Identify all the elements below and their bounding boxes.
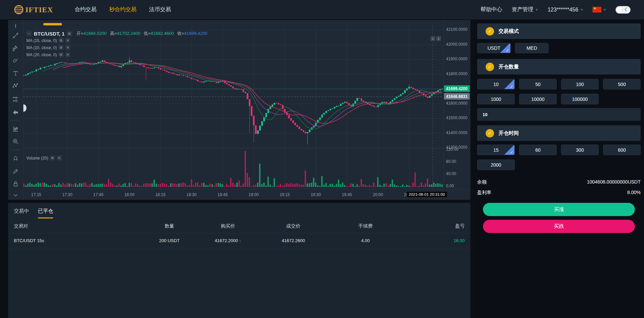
menu-second-contract-trade[interactable]: 秒合约交易	[109, 6, 136, 13]
navbar: IFTIEX 合约交易 秒合约交易 法币交易 帮助中心 资产管理 ∨ 123**…	[0, 0, 644, 20]
candle-pattern-tool-icon[interactable]	[12, 126, 19, 132]
table-row[interactable]: BTC/USDT 15s200 USDT41672.2000↑41672.260…	[8, 233, 470, 248]
zoom-in-tool-icon[interactable]	[12, 138, 19, 145]
account-menu[interactable]: 123******456 ∨	[548, 7, 583, 13]
forecast-tool-icon[interactable]	[12, 96, 19, 103]
time-axis-label: 17:30	[62, 192, 72, 197]
option-300[interactable]: 300	[561, 145, 599, 155]
menu-contract-trade[interactable]: 合约交易	[75, 6, 96, 13]
positions-table-header: 交易对数量购买价成交价手续费盈亏	[8, 219, 470, 233]
time-axis-label: 17:45	[93, 192, 104, 197]
option-MED[interactable]: MED	[515, 43, 549, 53]
indicator-row: MA (10, close, 0) ⚙ ✕	[26, 44, 207, 51]
legend-collapse-icon[interactable]: −	[26, 31, 31, 36]
column-header: 数量	[140, 223, 199, 229]
tab-trading[interactable]: 交易中	[14, 208, 29, 218]
price-axis-label: 41900.0000	[446, 57, 467, 61]
secondary-price-badge: 41646.6831	[444, 93, 470, 100]
balance-label: 余额	[477, 179, 487, 185]
option-2000[interactable]: 2000	[477, 160, 515, 170]
xabcd-pattern-tool-icon[interactable]	[12, 82, 19, 89]
chart-widget: − BTC/USDT, 1 ⚙ 开=41684.0200 高=41702.240…	[8, 20, 470, 200]
price-axis-label: 42000.0000	[446, 42, 467, 47]
brush-tool-icon[interactable]	[12, 57, 19, 64]
open-amount-options: 1050100500100010000100000	[477, 79, 641, 104]
price-axis-label: 41500.0000	[446, 115, 467, 120]
volume-settings-gear-icon[interactable]: ⚙	[50, 155, 55, 161]
scale-merge-buttons: 1 1	[430, 36, 441, 41]
brand[interactable]: IFTIEX	[14, 5, 53, 14]
lock-tool-icon[interactable]	[12, 181, 19, 187]
section-open-time: ✓ 开仓时间	[477, 125, 641, 141]
column-header: 交易对	[14, 223, 140, 229]
brand-name: IFTIEX	[25, 5, 53, 14]
toolbar-divider	[10, 120, 21, 121]
toolbar-divider	[10, 150, 21, 150]
scale-button[interactable]: 1	[430, 36, 435, 41]
indicator-close-icon[interactable]: ✕	[65, 38, 70, 43]
balance-value: 1004608.00000000USDT	[587, 179, 641, 185]
pitchfork-tool-icon[interactable]	[12, 45, 19, 52]
column-header: 成交价	[257, 223, 329, 229]
profit-rate-value: 8.00%	[627, 190, 641, 196]
price-axis[interactable]: 41699.4200 41646.6831 42100.000042000.00…	[444, 20, 470, 200]
amount-input[interactable]	[477, 108, 641, 121]
toggle-knob	[616, 7, 622, 13]
option-10000[interactable]: 10000	[519, 94, 557, 104]
chevron-down-icon: ∨	[603, 8, 606, 11]
option-100[interactable]: 100	[561, 79, 599, 89]
time-axis-label: 18:45	[218, 192, 228, 197]
indicator-close-icon[interactable]: ✕	[65, 45, 70, 50]
edit-pencil-tool-icon[interactable]	[12, 168, 19, 175]
indicator-close-icon[interactable]: ✕	[65, 52, 70, 57]
theme-toggle[interactable]: ☾	[616, 6, 630, 14]
option-1000[interactable]: 1000	[477, 94, 515, 104]
china-flag-icon: ★	[593, 7, 601, 13]
time-axis-label: 18:15	[155, 192, 165, 197]
check-circle-icon: ✓	[486, 129, 494, 137]
chevron-down-icon: ∨	[535, 8, 538, 11]
text-tool-icon[interactable]	[12, 70, 19, 77]
asset-management-link[interactable]: 资产管理 ∨	[512, 6, 538, 13]
option-500[interactable]: 500	[603, 79, 641, 89]
option-15[interactable]: 15	[477, 145, 515, 155]
menu-fiat-trade[interactable]: 法币交易	[149, 6, 171, 13]
volume-close-icon[interactable]: ✕	[57, 155, 62, 161]
volume-legend: Volume (20) ⚙ ✕	[26, 155, 62, 161]
trend-line-tool-icon[interactable]	[12, 32, 19, 39]
option-60[interactable]: 60	[519, 145, 557, 155]
option-100000[interactable]: 100000	[561, 94, 599, 104]
indicator-settings-gear-icon[interactable]: ⚙	[59, 52, 64, 57]
toolbar-chevron-down-icon[interactable]	[12, 192, 19, 198]
symbol-title: BTC/USDT, 1	[34, 31, 65, 37]
time-axis[interactable]: 2021-08-01 20:31:00 17:1517:3017:4518:00…	[8, 189, 470, 200]
help-center-link[interactable]: 帮助中心	[481, 6, 502, 13]
indicator-settings-gear-icon[interactable]: ⚙	[59, 45, 64, 50]
open-time-options: 15603006002000	[477, 145, 641, 170]
time-badge: 2021-08-01 20:31:00	[407, 192, 447, 197]
buy-down-button[interactable]: 买跌	[483, 220, 635, 233]
option-10[interactable]: 10	[477, 79, 515, 89]
buy-up-button[interactable]: 买涨	[483, 203, 635, 216]
column-header: 手续费	[329, 223, 401, 229]
back-arrow-tool-icon[interactable]	[12, 109, 19, 116]
option-USDT[interactable]: USDT	[477, 43, 511, 53]
ohlc-values: 开=41684.0200 高=41702.2400 低=41682.4600 收…	[76, 30, 207, 37]
drawing-toolbar	[8, 20, 23, 200]
order-panel: ✓ 交易模式 USDTMED ✓ 开仓数量 105010050010001000…	[474, 20, 644, 318]
trade-mode-options: USDTMED	[477, 43, 641, 53]
price-axis-label: 41400.0000	[446, 130, 467, 135]
magnet-tool-icon[interactable]	[12, 155, 19, 162]
option-600[interactable]: 600	[603, 145, 641, 155]
section-trade-mode: ✓ 交易模式	[477, 23, 641, 39]
option-50[interactable]: 50	[519, 79, 557, 89]
positions-table-body: BTC/USDT 15s200 USDT41672.2000↑41672.260…	[8, 233, 470, 248]
profit-rate-row: 盈利率 8.00%	[477, 190, 641, 196]
language-selector[interactable]: ★ ∨	[593, 7, 606, 13]
chevron-down-icon: ∨	[580, 8, 583, 11]
time-axis-label: 19:30	[311, 192, 321, 197]
indicator-settings-gear-icon[interactable]: ⚙	[59, 38, 64, 43]
symbol-settings-gear-icon[interactable]: ⚙	[67, 31, 72, 36]
scale-button[interactable]: 1	[436, 36, 441, 41]
tab-closed[interactable]: 已平仓	[38, 208, 53, 218]
